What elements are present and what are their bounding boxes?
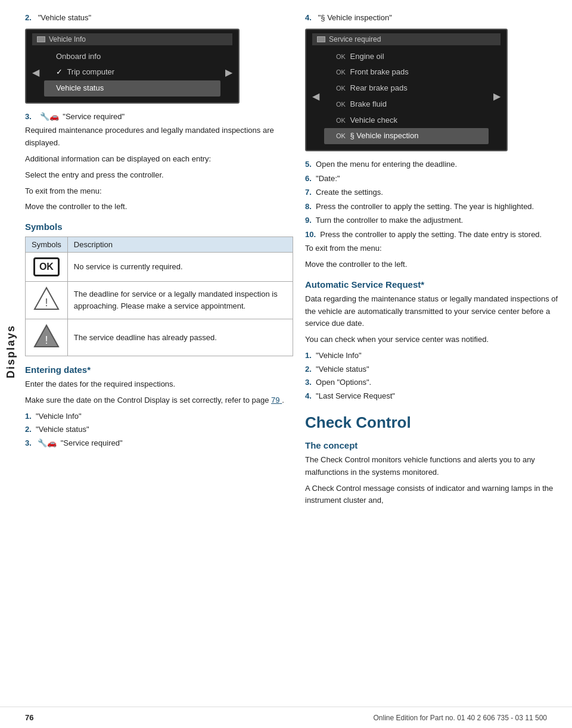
screen-item-engine-oil: OK Engine oil — [324, 49, 489, 65]
auto-step-2-text: "Vehicle status" — [316, 365, 369, 374]
svg-text:!: ! — [45, 334, 48, 346]
auto-steps-list: 1. "Vehicle Info" 2. "Vehicle status" 3.… — [305, 350, 566, 402]
screen-item-vehicle-status: Vehicle status — [44, 80, 220, 97]
para-select-entry: Select the entry and press the controlle… — [25, 169, 293, 182]
checkmark-trip: ✓ — [56, 67, 63, 76]
entering-para1: Enter the dates for the required inspect… — [25, 378, 293, 391]
step-2-line: 2. "Vehicle status" — [25, 12, 293, 24]
entering-dates-heading: Entering dates* — [25, 365, 293, 375]
step-4-text: "§ Vehicle inspection" — [318, 13, 392, 22]
triangle-dark-svg: ! — [33, 324, 60, 348]
page-link-79[interactable]: 79 — [271, 396, 282, 405]
list-item: 1. "Vehicle Info" — [305, 350, 566, 362]
list-item: 2. "Vehicle status" — [25, 424, 293, 435]
step-2-text: "Vehicle status" — [38, 13, 91, 22]
step-10-line: 10. Press the controller to apply the se… — [305, 229, 566, 241]
step-4-num: 4. — [305, 13, 312, 22]
list-item: 3. Open "Options". — [305, 377, 566, 388]
symbol-ok-cell: OK — [26, 253, 68, 282]
step-8-line: 8. Press the controller to apply the set… — [305, 201, 566, 213]
auto-step-4-num: 4. — [305, 391, 312, 400]
service-icon-3: 🔧🚗 — [38, 437, 57, 449]
step-9-num: 9. — [305, 216, 312, 225]
entering-step-2-text: "Vehicle status" — [36, 425, 89, 434]
screen-items-2: OK Engine oil OK Front brake pads OK Rea… — [324, 49, 489, 145]
right-column: 4. "§ Vehicle inspection" Service requir… — [305, 12, 566, 511]
step-5-num: 5. — [305, 160, 312, 169]
table-row: ! The service deadline has already passe… — [26, 319, 293, 356]
triangle-dark-description: The service deadline has already passed. — [67, 319, 293, 356]
screen-item-brake-fluid: OK Brake fluid — [324, 97, 489, 113]
concept-para1: The Check Control monitors vehicle funct… — [305, 454, 566, 479]
step-9-line: 9. Turn the controller to make the adjus… — [305, 214, 566, 226]
triangle-light-svg: ! — [33, 287, 60, 310]
step-4-line: 4. "§ Vehicle inspection" — [305, 12, 566, 24]
screen-mockup-service-required: Service required ◀ OK Engine oil OK Fron… — [305, 29, 508, 152]
exit-text-1-right: To exit from the menu: — [305, 242, 566, 255]
exit-text-2-right: Move the controller to the left. — [305, 259, 566, 271]
ok-description: No service is currently required. — [67, 253, 293, 282]
service-required-icon: 🔧🚗 — [40, 111, 59, 123]
screen-title-bar-1: Vehicle Info — [32, 33, 232, 45]
entering-step-3-num: 3. — [25, 438, 32, 447]
screen-nav-left-1: ◀ — [32, 67, 39, 78]
screen-nav-right-1: ▶ — [225, 67, 232, 78]
step-3-num: 3. — [25, 112, 32, 121]
description-col-header: Description — [67, 237, 293, 253]
screen-nav-left-2: ◀ — [312, 91, 319, 102]
symbols-table: Symbols Description OK No service is cur… — [25, 237, 293, 356]
screen-item-onboard: Onboard info — [44, 49, 220, 65]
footer-copyright: Online Edition for Part no. 01 40 2 606 … — [373, 714, 547, 722]
triangle-light-description: The deadline for service or a legally ma… — [67, 282, 293, 319]
the-concept-heading: The concept — [305, 440, 566, 450]
screen-item-trip: ✓ Trip computer — [44, 64, 220, 80]
check-control-heading: Check Control — [305, 413, 566, 432]
list-item: 3. 🔧🚗 "Service required" — [25, 437, 293, 449]
list-item: 2. "Vehicle status" — [305, 363, 566, 375]
step-9-text: Turn the controller to make the adjustme… — [316, 216, 463, 225]
auto-step-4-text: "Last Service Request" — [316, 391, 395, 400]
auto-step-3-num: 3. — [305, 378, 312, 387]
screen-item-rear-brake: OK Rear brake pads — [324, 80, 489, 97]
screen-nav-row-2: ◀ OK Engine oil OK Front brake pads OK R… — [312, 49, 500, 145]
step-7-text: Create the settings. — [316, 188, 383, 197]
auto-para1: Data regarding the maintenance status or… — [305, 293, 566, 330]
entering-step-2-num: 2. — [25, 425, 32, 434]
table-row: ! The deadline for service or a legally … — [26, 282, 293, 319]
screen-item-front-brake: OK Front brake pads — [324, 64, 489, 80]
auto-step-3-text: Open "Options". — [316, 378, 371, 387]
triangle-light-symbol: ! — [33, 287, 60, 309]
screen-mockup-vehicle-info: Vehicle Info ◀ Onboard info ✓ Trip compu… — [25, 29, 240, 104]
para-additional-info: Additional information can be displayed … — [25, 153, 293, 166]
step-8-num: 8. — [305, 202, 312, 211]
left-column: 2. "Vehicle status" Vehicle Info ◀ Onboa… — [25, 12, 293, 511]
step-10-text: Press the controller to apply the settin… — [320, 230, 542, 239]
step-5-text: Open the menu for entering the deadline. — [316, 160, 457, 169]
step-6-num: 6. — [305, 174, 312, 183]
screen-icon-1 — [37, 36, 45, 42]
list-item: 4. "Last Service Request" — [305, 390, 566, 402]
entering-para2: Make sure the date on the Control Displa… — [25, 394, 293, 407]
step-5-line: 5. Open the menu for entering the deadli… — [305, 158, 566, 170]
step-8-text: Press the controller to apply the settin… — [316, 202, 534, 211]
concept-para2: A Check Control message consists of indi… — [305, 483, 566, 508]
step-7-line: 7. Create the settings. — [305, 186, 566, 198]
entering-steps-list: 1. "Vehicle Info" 2. "Vehicle status" 3.… — [25, 410, 293, 449]
screen-nav-right-2: ▶ — [493, 91, 500, 102]
list-item: 1. "Vehicle Info" — [25, 410, 293, 422]
screen-item-vehicle-check: OK Vehicle check — [324, 113, 489, 129]
step-6-line: 6. "Date:" — [305, 173, 566, 185]
ok-symbol: OK — [33, 257, 60, 276]
sidebar-displays: Displays — [0, 0, 21, 703]
step-3-text: "Service required" — [63, 112, 125, 121]
screen-icon-2 — [317, 36, 325, 42]
page-number: 76 — [25, 713, 33, 722]
auto-step-2-num: 2. — [305, 365, 312, 374]
symbols-heading: Symbols — [25, 222, 293, 232]
screen-item-vehicle-inspection: OK § Vehicle inspection — [324, 128, 489, 144]
triangle-dark-symbol: ! — [33, 324, 60, 347]
symbol-triangle-light-cell: ! — [26, 282, 68, 319]
entering-step-1-num: 1. — [25, 412, 32, 421]
auto-step-1-num: 1. — [305, 351, 312, 360]
para-required-maintenance: Required maintenance procedures and lega… — [25, 125, 293, 150]
